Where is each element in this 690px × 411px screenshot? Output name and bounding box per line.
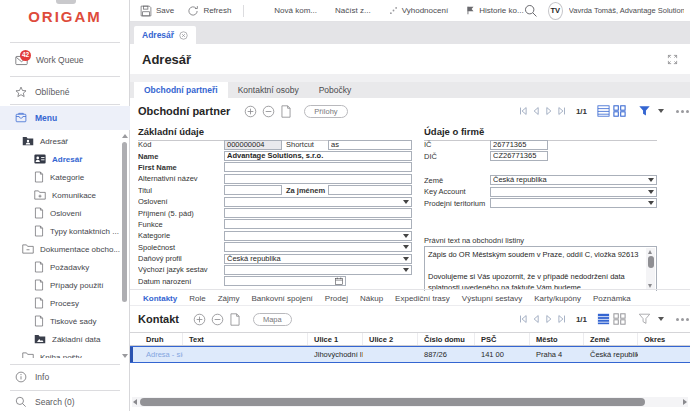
- tree-item-komunikace[interactable]: Komunikace: [0, 186, 130, 204]
- tab-karty-kupony[interactable]: Karty/kupóny: [528, 294, 587, 303]
- tab-bankovni-spojeni[interactable]: Bankovní spojení: [245, 294, 318, 303]
- copy-record-icon[interactable]: [229, 313, 241, 326]
- tab-poznamka[interactable]: Poznámka: [587, 294, 637, 303]
- kategorie-dropdown[interactable]: [224, 231, 412, 241]
- column-header[interactable]: Text: [183, 333, 308, 345]
- filter-icon[interactable]: [638, 313, 651, 325]
- tab-adresar[interactable]: Adresář: [134, 26, 196, 44]
- column-header[interactable]: Město: [530, 333, 584, 345]
- table-view-icon[interactable]: [597, 313, 610, 325]
- tree-item-osloveni[interactable]: Oslovení: [0, 204, 130, 222]
- zeme-dropdown[interactable]: Česká republika: [490, 175, 657, 185]
- kod-field[interactable]: 000000004: [224, 140, 282, 150]
- tab-prodej[interactable]: Prodej: [319, 294, 354, 303]
- tab-zajmy[interactable]: Zájmy: [212, 294, 246, 303]
- more-options-icon[interactable]: [676, 318, 690, 321]
- add-record-icon[interactable]: [193, 313, 206, 326]
- shortcut-field[interactable]: as: [328, 140, 412, 150]
- map-button[interactable]: Mapa: [253, 313, 292, 326]
- sidebar-handle[interactable]: [56, 0, 76, 4]
- sidebar-item-favorites[interactable]: Oblíbené: [0, 82, 130, 102]
- column-header[interactable]: Ulice 2: [363, 333, 418, 345]
- table-row-selected[interactable]: Adresa - sídl Jihovýchodní III 887/26 14…: [130, 346, 690, 363]
- filter-icon[interactable]: [638, 105, 651, 117]
- datum-narozeni-field[interactable]: [224, 276, 346, 286]
- next-record-icon[interactable]: [544, 106, 554, 116]
- tree-item-procesy[interactable]: Procesy: [0, 294, 130, 312]
- tab-pobocky[interactable]: Pobočky: [309, 82, 362, 98]
- osloveni-dropdown[interactable]: [224, 197, 412, 207]
- copy-record-icon[interactable]: [280, 105, 292, 118]
- nova-komunikace-button[interactable]: Nová kom...: [274, 6, 317, 15]
- calendar-icon[interactable]: [335, 277, 343, 285]
- tree-item-adresar[interactable]: Adresář: [0, 150, 130, 168]
- filter-caret-icon[interactable]: [658, 317, 664, 321]
- form-view-icon[interactable]: [613, 105, 626, 117]
- tree-item-dokumentace[interactable]: Dokumentace obcho...: [0, 240, 130, 258]
- column-header[interactable]: Ulice 1: [308, 333, 363, 345]
- refresh-button[interactable]: Refresh: [187, 5, 231, 17]
- prijmeni-field[interactable]: [224, 208, 412, 218]
- first-record-icon[interactable]: [518, 106, 528, 116]
- column-header[interactable]: Druh: [130, 333, 183, 345]
- sidebar-item-menu[interactable]: Menu: [0, 106, 130, 130]
- za-jmenem-field[interactable]: [328, 185, 412, 195]
- close-icon[interactable]: [179, 31, 188, 40]
- column-header[interactable]: Číslo domu: [418, 333, 475, 345]
- alternativni-nazev-field[interactable]: [224, 174, 412, 184]
- prev-record-icon[interactable]: [531, 314, 541, 324]
- add-record-icon[interactable]: [244, 105, 257, 118]
- prodejni-teritorium-dropdown[interactable]: [490, 198, 657, 208]
- form-view-icon[interactable]: [613, 313, 626, 325]
- tree-item-adresar-folder[interactable]: Adresář: [0, 132, 130, 150]
- historie-button[interactable]: Historie ko...: [466, 6, 523, 15]
- tree-item-tiskove-sady[interactable]: Tiskové sady: [0, 312, 130, 330]
- funkce-field[interactable]: [224, 219, 412, 229]
- tree-item-pripady-pouziti[interactable]: Případy použití: [0, 276, 130, 294]
- first-record-icon[interactable]: [518, 314, 528, 324]
- save-button[interactable]: Save: [140, 5, 174, 17]
- tab-vystupni-sestavy[interactable]: Výstupní sestavy: [456, 294, 528, 303]
- tree-scrollbar[interactable]: [122, 134, 127, 358]
- vychozi-jazyk-dropdown[interactable]: [224, 265, 412, 275]
- more-options-icon[interactable]: [676, 110, 690, 113]
- tab-nakup[interactable]: Nákup: [354, 294, 389, 303]
- tab-expedicni-trasy[interactable]: Expediční trasy: [389, 294, 456, 303]
- danovy-profil-dropdown[interactable]: Česká republika: [224, 254, 412, 264]
- horizontal-scrollbar[interactable]: [132, 397, 688, 407]
- prev-record-icon[interactable]: [531, 106, 541, 116]
- filter-caret-icon[interactable]: [658, 109, 664, 113]
- tab-role[interactable]: Role: [183, 294, 211, 303]
- spolecnost-dropdown[interactable]: [224, 242, 412, 252]
- search-icon[interactable]: [524, 4, 538, 18]
- legal-text-area[interactable]: Zápis do OR Městským soudem v Praze, odd…: [424, 246, 657, 292]
- tree-item-kategorie[interactable]: Kategorie: [0, 168, 130, 186]
- fullscreen-icon[interactable]: [667, 54, 678, 65]
- column-header[interactable]: Země: [584, 333, 638, 345]
- column-header[interactable]: PSČ: [475, 333, 530, 345]
- last-record-icon[interactable]: [557, 314, 567, 324]
- vyhodnoceni-button[interactable]: Vyhodnocení: [389, 6, 448, 15]
- nacist-z-button[interactable]: Načíst z...: [335, 6, 371, 15]
- key-account-dropdown[interactable]: [490, 187, 657, 197]
- table-view-icon[interactable]: [597, 105, 610, 117]
- attachments-button[interactable]: Přílohy: [304, 105, 347, 118]
- delete-record-icon[interactable]: [211, 313, 224, 326]
- tree-item-kniha-posty[interactable]: Kniha pošty: [0, 348, 130, 358]
- tree-item-typy-kontaktnich[interactable]: Typy kontaktních ...: [0, 222, 130, 240]
- dic-field[interactable]: CZ26771365: [490, 151, 548, 161]
- tab-kontakty[interactable]: Kontakty: [137, 294, 183, 303]
- tree-item-zakladni-data[interactable]: Základní data: [0, 330, 130, 348]
- next-record-icon[interactable]: [544, 314, 554, 324]
- legal-text-scrollbar[interactable]: [646, 248, 655, 290]
- titul-field[interactable]: [224, 185, 282, 195]
- column-header[interactable]: Okres: [638, 333, 690, 345]
- sidebar-item-work-queue[interactable]: 42 Work Queue: [0, 50, 130, 70]
- last-record-icon[interactable]: [557, 106, 567, 116]
- sidebar-item-search[interactable]: Search (0): [0, 393, 130, 411]
- sidebar-item-info[interactable]: Info: [0, 368, 130, 386]
- avatar[interactable]: TV: [548, 2, 563, 20]
- first-name-field[interactable]: [224, 162, 412, 172]
- tree-item-pozadavky[interactable]: Požadavky: [0, 258, 130, 276]
- ic-field[interactable]: 26771365: [490, 140, 548, 150]
